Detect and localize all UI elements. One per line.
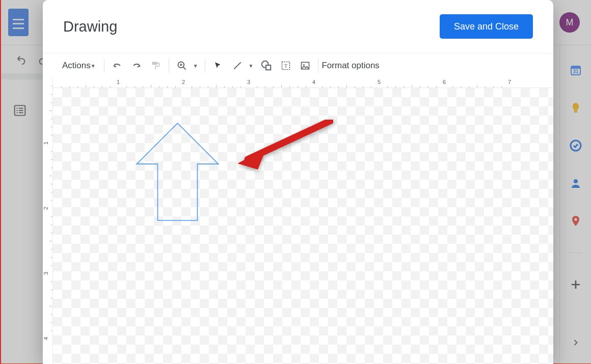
- select-tool[interactable]: [212, 60, 224, 72]
- ruler-number: 7: [508, 79, 511, 85]
- toolbar-separator: [318, 59, 318, 73]
- ruler-number: 3: [247, 79, 250, 85]
- ruler-number: 4: [43, 337, 49, 340]
- drawing-dialog: Drawing Save and Close Actions ▼ ▼ ▼ T: [43, 0, 553, 364]
- redo-button[interactable]: [130, 60, 143, 72]
- svg-rect-21: [266, 65, 271, 70]
- shape-tool[interactable]: [260, 60, 273, 72]
- ruler-number: 2: [182, 79, 185, 85]
- dialog-header: Drawing Save and Close: [43, 0, 553, 53]
- chevron-down-icon[interactable]: ▼: [249, 63, 254, 69]
- svg-line-16: [183, 67, 185, 70]
- ruler-number: 1: [117, 79, 120, 85]
- ruler-number: 5: [378, 79, 381, 85]
- line-tool[interactable]: [231, 60, 244, 72]
- chevron-down-icon: ▼: [91, 63, 96, 69]
- save-and-close-button[interactable]: Save and Close: [440, 14, 533, 39]
- svg-rect-14: [152, 62, 157, 65]
- up-arrow-shape[interactable]: [136, 122, 220, 221]
- zoom-button[interactable]: [176, 60, 188, 72]
- annotation-red-arrow-icon: [236, 120, 333, 171]
- actions-menu[interactable]: Actions ▼: [62, 61, 96, 71]
- chevron-down-icon[interactable]: ▼: [193, 63, 198, 69]
- svg-point-25: [304, 64, 305, 66]
- dialog-title: Drawing: [63, 18, 117, 35]
- svg-text:T: T: [284, 63, 288, 69]
- image-tool[interactable]: [299, 60, 311, 72]
- svg-line-19: [234, 62, 240, 69]
- textbox-tool[interactable]: T: [280, 60, 292, 72]
- vertical-ruler: 1234: [43, 78, 53, 364]
- horizontal-ruler: 1234567: [53, 78, 553, 88]
- canvas-area: 1234 1234567: [43, 78, 553, 364]
- drawing-canvas[interactable]: [53, 88, 553, 364]
- ruler-number: 3: [43, 272, 49, 275]
- format-options-button[interactable]: Format options: [321, 61, 379, 71]
- ruler-number: 1: [43, 142, 49, 145]
- actions-label: Actions: [62, 61, 91, 71]
- ruler-number: 6: [443, 79, 446, 85]
- undo-button[interactable]: [111, 60, 123, 72]
- ruler-number: 4: [312, 79, 315, 85]
- paint-format-button: [150, 60, 162, 72]
- drawing-toolbar: Actions ▼ ▼ ▼ T Format options: [43, 53, 553, 78]
- ruler-number: 2: [43, 207, 49, 210]
